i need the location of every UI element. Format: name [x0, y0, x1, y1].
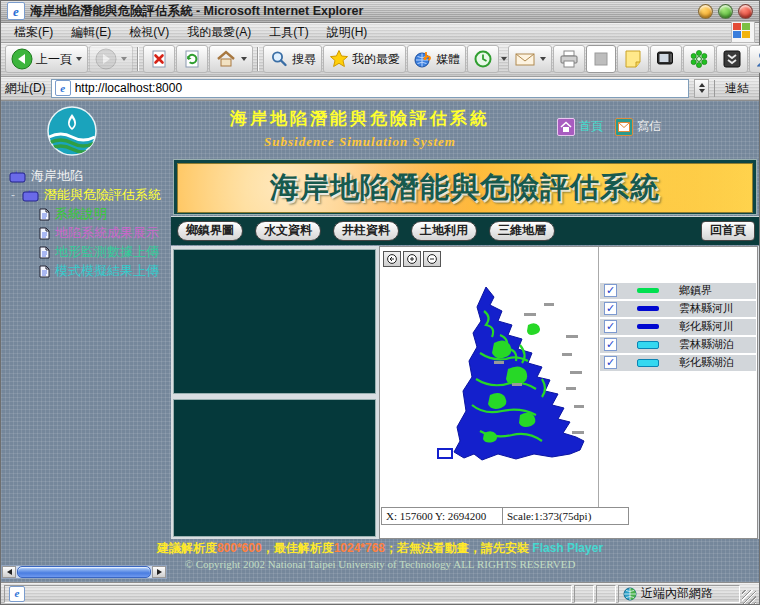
layer-checkbox[interactable]	[604, 356, 617, 369]
folder-icon	[9, 170, 26, 183]
maximize-button[interactable]	[718, 4, 733, 19]
resize-grip[interactable]	[742, 590, 756, 604]
menu-file[interactable]: 檔案(F)	[5, 22, 62, 43]
media-icon	[413, 49, 433, 69]
back-button[interactable]: 上一頁	[5, 45, 88, 73]
nav-3d-strata-button[interactable]: 三維地層	[489, 221, 555, 241]
page-footer: 建議解析度800*600，最佳解析度1024*768；若無法看動畫，請先安裝 F…	[1, 541, 759, 572]
search-label: 搜尋	[292, 51, 316, 68]
layer-checkbox[interactable]	[604, 302, 617, 315]
history-dropdown-icon	[501, 57, 507, 61]
home-icon	[215, 49, 237, 69]
tv-button[interactable]	[650, 45, 682, 73]
ie-icon: e	[7, 2, 25, 20]
mail-button[interactable]	[508, 45, 552, 73]
tree-root[interactable]: 海岸地陷	[9, 167, 169, 186]
edit-icon	[592, 50, 610, 68]
address-box: e	[51, 79, 689, 98]
print-button[interactable]	[553, 45, 585, 73]
home-button[interactable]	[209, 45, 253, 73]
map-inset-box	[438, 449, 452, 458]
tree-item-system-description[interactable]: 系統說明	[9, 205, 169, 224]
icq-button[interactable]	[683, 45, 715, 73]
status-bar: e 近端內部網路	[1, 582, 759, 604]
edit-button[interactable]	[586, 45, 616, 73]
water-resources-logo-icon	[47, 106, 97, 156]
zoom-full-extent-button[interactable]	[383, 251, 401, 267]
map-canvas[interactable]	[424, 283, 594, 468]
address-dropdown-button[interactable]	[694, 79, 709, 98]
mail-link[interactable]: 寫信	[637, 118, 661, 135]
flash-player-link[interactable]: Flash Player	[532, 541, 603, 555]
footer-text: ；若無法看動畫，請先安裝	[385, 541, 532, 555]
security-zone-pane: 近端內部網路	[618, 585, 740, 603]
links-label[interactable]: 連結	[714, 80, 755, 97]
title-bar: e 海岸地陷潛能與危險評估系統 - Microsoft Internet Exp…	[1, 1, 759, 23]
layer-swatch	[637, 341, 659, 349]
mail-link-icon[interactable]	[615, 118, 633, 136]
tree-item-simulation-results-upload[interactable]: 模式模擬結果上傳	[9, 262, 169, 281]
close-button[interactable]	[738, 4, 753, 19]
map-scale: Scale:1:373(75dpi)	[503, 507, 629, 525]
menu-tools[interactable]: 工具(T)	[260, 22, 317, 43]
toolbar-separator	[257, 47, 259, 71]
tree-item-terrain-data-upload[interactable]: 地形監測數據上傳	[9, 243, 169, 262]
back-dropdown-icon[interactable]	[76, 57, 82, 61]
banner-title: 海岸地陷潛能與危險評估系統	[270, 168, 660, 208]
nav-land-use-button[interactable]: 土地利用	[411, 221, 477, 241]
menu-edit[interactable]: 編輯(E)	[62, 22, 120, 43]
refresh-icon	[182, 49, 202, 69]
stop-button[interactable]	[143, 45, 175, 73]
layer-checkbox[interactable]	[604, 338, 617, 351]
msn-person-icon	[755, 49, 760, 69]
messenger-button[interactable]	[716, 45, 748, 73]
document-icon	[39, 227, 50, 240]
nav-well-column-button[interactable]: 井柱資料	[333, 221, 399, 241]
legend-row-yunlin-lakes: 雲林縣湖泊	[600, 337, 756, 353]
windows-logo-icon	[731, 21, 755, 43]
address-bar: 網址(D) e 連結	[1, 77, 759, 101]
tree-item-results-display[interactable]: 地陷系統成果展示	[9, 224, 169, 243]
tree-branch[interactable]: - 潛能與危險評估系統	[9, 186, 169, 205]
favorites-button[interactable]: 我的最愛	[323, 45, 406, 73]
notes-button[interactable]	[617, 45, 649, 73]
nav-town-boundary-button[interactable]: 鄉鎮界圖	[177, 221, 243, 241]
back-icon	[11, 48, 33, 70]
search-icon	[269, 49, 289, 69]
sticky-note-icon	[623, 49, 643, 69]
map-status-row: X: 157600 Y: 2694200 Scale:1:373(75dpi)	[381, 507, 629, 525]
layer-checkbox[interactable]	[604, 320, 617, 333]
forward-button[interactable]	[89, 45, 133, 73]
media-button[interactable]: 媒體	[407, 45, 466, 73]
menu-favorites[interactable]: 我的最愛(A)	[178, 22, 260, 43]
icq-flower-icon	[689, 49, 709, 69]
forward-dropdown-icon	[121, 57, 127, 61]
tree-item-label: 系統說明	[55, 205, 107, 223]
history-icon	[473, 49, 493, 69]
quick-links: 首頁 寫信	[557, 118, 661, 136]
minimize-button[interactable]	[698, 4, 713, 19]
resolution-1024x768: 1024*768	[334, 541, 385, 555]
home-link[interactable]: 首頁	[579, 118, 603, 135]
copyright: © Copyright 2002 National Taipei Univers…	[1, 557, 759, 572]
menu-help[interactable]: 說明(H)	[318, 22, 377, 43]
nav-home-button[interactable]: 回首頁	[701, 221, 755, 241]
refresh-button[interactable]	[176, 45, 208, 73]
zoom-out-button[interactable]	[423, 251, 441, 267]
toolbar-separator	[137, 47, 139, 71]
layer-label: 彰化縣湖泊	[679, 355, 734, 370]
legend-row-changhua-lakes: 彰化縣湖泊	[600, 355, 756, 371]
nav-hydrology-button[interactable]: 水文資料	[255, 221, 321, 241]
folder-icon	[22, 189, 39, 202]
history-button[interactable]	[467, 45, 499, 73]
search-button[interactable]: 搜尋	[263, 45, 322, 73]
collapse-icon[interactable]: -	[9, 188, 17, 202]
msn-button[interactable]	[749, 45, 760, 73]
menu-view[interactable]: 檢視(V)	[120, 22, 178, 43]
address-input[interactable]	[75, 81, 685, 95]
resolution-note: 建議解析度800*600，最佳解析度1024*768；若無法看動畫，請先安裝 F…	[1, 541, 759, 556]
zoom-in-button[interactable]	[403, 251, 421, 267]
home-link-icon[interactable]	[557, 118, 575, 136]
layer-checkbox[interactable]	[604, 284, 617, 297]
site-title: 海岸地陷潛能與危險評估系統	[171, 107, 549, 130]
